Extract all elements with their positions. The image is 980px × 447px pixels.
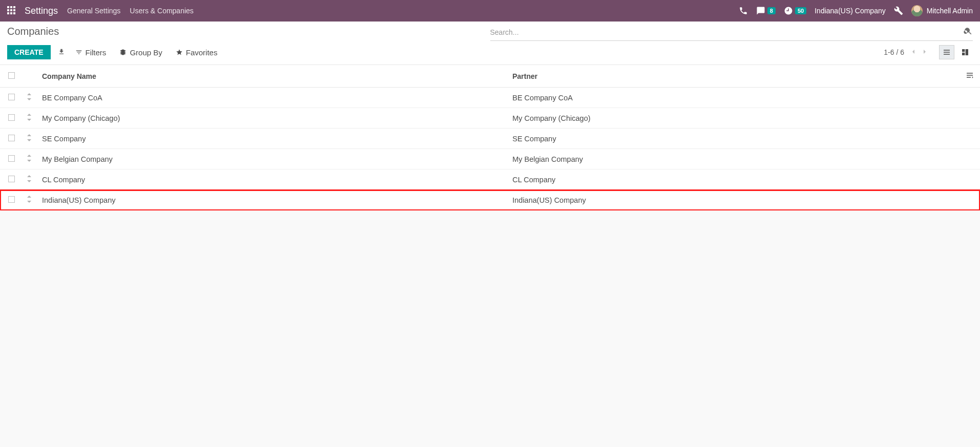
messages-badge: 8 bbox=[767, 7, 776, 14]
cell-company-name[interactable]: SE Company bbox=[38, 129, 508, 149]
svg-rect-6 bbox=[7, 12, 9, 14]
cell-partner[interactable]: My Belgian Company bbox=[508, 149, 960, 169]
table-header-row: Company Name Partner bbox=[0, 65, 980, 88]
navbar-right: 8 50 Indiana(US) Company Mitchell Admin bbox=[739, 5, 973, 16]
drag-handle-icon[interactable] bbox=[27, 155, 32, 163]
pager[interactable]: 1-6 / 6 bbox=[884, 48, 904, 56]
view-kanban-button[interactable] bbox=[957, 45, 973, 59]
svg-rect-2 bbox=[13, 6, 15, 8]
cell-company-name[interactable]: My Company (Chicago) bbox=[38, 108, 508, 129]
column-company-name[interactable]: Company Name bbox=[38, 65, 508, 88]
activities-icon[interactable]: 50 bbox=[784, 6, 806, 15]
user-name: Mitchell Admin bbox=[927, 7, 973, 15]
table-row[interactable]: My Company (Chicago)My Company (Chicago) bbox=[0, 108, 980, 129]
drag-handle-icon[interactable] bbox=[27, 94, 32, 102]
messages-icon[interactable]: 8 bbox=[756, 6, 776, 15]
drag-handle-icon[interactable] bbox=[27, 196, 32, 204]
user-menu[interactable]: Mitchell Admin bbox=[911, 5, 973, 16]
svg-rect-1 bbox=[10, 6, 12, 8]
drag-handle-icon[interactable] bbox=[27, 114, 32, 122]
navbar-left: Settings General Settings Users & Compan… bbox=[7, 6, 194, 16]
svg-rect-5 bbox=[13, 9, 15, 11]
table-row[interactable]: BE Company CoABE Company CoA bbox=[0, 88, 980, 108]
drag-handle-icon[interactable] bbox=[27, 135, 32, 143]
search-icon[interactable] bbox=[964, 27, 973, 37]
row-checkbox[interactable] bbox=[8, 135, 15, 141]
filters-label: Filters bbox=[86, 48, 107, 57]
cell-partner[interactable]: BE Company CoA bbox=[508, 88, 960, 108]
pager-next-icon[interactable] bbox=[921, 48, 929, 57]
column-partner[interactable]: Partner bbox=[508, 65, 960, 88]
svg-rect-3 bbox=[7, 9, 9, 11]
top-navbar: Settings General Settings Users & Compan… bbox=[0, 0, 980, 22]
create-button[interactable]: CREATE bbox=[7, 45, 51, 59]
cell-partner[interactable]: My Company (Chicago) bbox=[508, 108, 960, 129]
favorites-button[interactable]: Favorites bbox=[176, 48, 218, 57]
menu-users-companies[interactable]: Users & Companies bbox=[130, 7, 194, 15]
favorites-label: Favorites bbox=[186, 48, 218, 57]
row-checkbox[interactable] bbox=[8, 196, 15, 203]
groupby-button[interactable]: Group By bbox=[119, 48, 162, 57]
control-panel: Companies CREATE Filters Group bbox=[0, 22, 980, 65]
cell-company-name[interactable]: My Belgian Company bbox=[38, 149, 508, 169]
app-brand[interactable]: Settings bbox=[25, 6, 58, 16]
cell-partner[interactable]: CL Company bbox=[508, 169, 960, 190]
row-checkbox[interactable] bbox=[8, 94, 15, 100]
activities-badge: 50 bbox=[795, 7, 806, 14]
cell-company-name[interactable]: CL Company bbox=[38, 169, 508, 190]
menu-general-settings[interactable]: General Settings bbox=[67, 7, 120, 15]
breadcrumb: Companies bbox=[7, 26, 490, 37]
svg-rect-0 bbox=[7, 6, 9, 8]
avatar bbox=[911, 5, 923, 16]
cell-company-name[interactable]: Indiana(US) Company bbox=[38, 190, 508, 210]
pager-prev-icon[interactable] bbox=[909, 48, 918, 57]
row-checkbox[interactable] bbox=[8, 114, 15, 121]
optional-columns-icon[interactable] bbox=[966, 73, 974, 81]
row-checkbox[interactable] bbox=[8, 155, 15, 162]
groupby-label: Group By bbox=[130, 48, 162, 57]
table-row[interactable]: My Belgian CompanyMy Belgian Company bbox=[0, 149, 980, 169]
import-button[interactable] bbox=[58, 48, 65, 57]
voice-icon[interactable] bbox=[739, 6, 748, 15]
companies-list: Company Name Partner BE Company CoABE Co… bbox=[0, 65, 980, 210]
table-row[interactable]: CL CompanyCL Company bbox=[0, 169, 980, 190]
apps-icon[interactable] bbox=[7, 6, 15, 16]
search-bar[interactable] bbox=[490, 26, 973, 41]
svg-rect-8 bbox=[13, 12, 15, 14]
cell-company-name[interactable]: BE Company CoA bbox=[38, 88, 508, 108]
search-input[interactable] bbox=[490, 28, 964, 36]
svg-rect-4 bbox=[10, 9, 12, 11]
cell-partner[interactable]: SE Company bbox=[508, 129, 960, 149]
svg-rect-7 bbox=[10, 12, 12, 14]
row-checkbox[interactable] bbox=[8, 176, 15, 182]
table-row[interactable]: Indiana(US) CompanyIndiana(US) Company bbox=[0, 190, 980, 210]
view-list-button[interactable] bbox=[939, 45, 954, 59]
filters-button[interactable]: Filters bbox=[75, 48, 107, 57]
debug-icon[interactable] bbox=[894, 6, 903, 15]
current-company[interactable]: Indiana(US) Company bbox=[815, 7, 886, 15]
drag-handle-icon[interactable] bbox=[27, 176, 32, 184]
select-all-checkbox[interactable] bbox=[8, 72, 15, 79]
cell-partner[interactable]: Indiana(US) Company bbox=[508, 190, 960, 210]
table-row[interactable]: SE CompanySE Company bbox=[0, 129, 980, 149]
